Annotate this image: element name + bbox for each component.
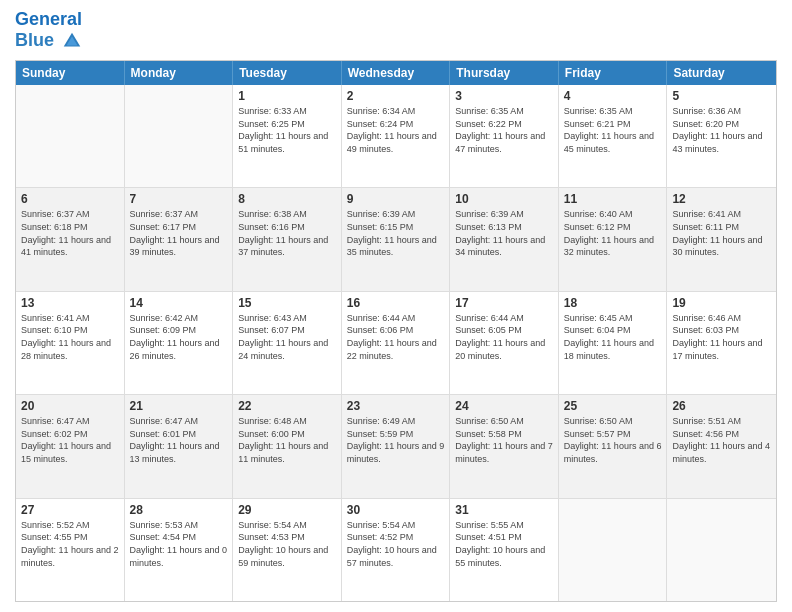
day-number: 10: [455, 191, 553, 207]
calendar-cell: 17Sunrise: 6:44 AMSunset: 6:05 PMDayligh…: [450, 292, 559, 394]
cell-info: Sunrise: 6:40 AMSunset: 6:12 PMDaylight:…: [564, 208, 662, 258]
calendar-cell: 15Sunrise: 6:43 AMSunset: 6:07 PMDayligh…: [233, 292, 342, 394]
calendar-row-4: 27Sunrise: 5:52 AMSunset: 4:55 PMDayligh…: [16, 498, 776, 601]
cell-info: Sunrise: 5:52 AMSunset: 4:55 PMDaylight:…: [21, 519, 119, 569]
weekday-header-thursday: Thursday: [450, 61, 559, 85]
cell-info: Sunrise: 6:43 AMSunset: 6:07 PMDaylight:…: [238, 312, 336, 362]
day-number: 23: [347, 398, 445, 414]
calendar-cell: [125, 85, 234, 187]
cell-info: Sunrise: 5:54 AMSunset: 4:53 PMDaylight:…: [238, 519, 336, 569]
cell-info: Sunrise: 6:41 AMSunset: 6:10 PMDaylight:…: [21, 312, 119, 362]
cell-info: Sunrise: 6:35 AMSunset: 6:22 PMDaylight:…: [455, 105, 553, 155]
day-number: 28: [130, 502, 228, 518]
day-number: 8: [238, 191, 336, 207]
cell-info: Sunrise: 6:41 AMSunset: 6:11 PMDaylight:…: [672, 208, 771, 258]
page: General Blue SundayMondayTuesdayWednesda…: [0, 0, 792, 612]
cell-info: Sunrise: 6:38 AMSunset: 6:16 PMDaylight:…: [238, 208, 336, 258]
day-number: 26: [672, 398, 771, 414]
weekday-header-wednesday: Wednesday: [342, 61, 451, 85]
calendar-cell: 12Sunrise: 6:41 AMSunset: 6:11 PMDayligh…: [667, 188, 776, 290]
day-number: 17: [455, 295, 553, 311]
cell-info: Sunrise: 6:49 AMSunset: 5:59 PMDaylight:…: [347, 415, 445, 465]
cell-info: Sunrise: 5:55 AMSunset: 4:51 PMDaylight:…: [455, 519, 553, 569]
calendar-cell: 31Sunrise: 5:55 AMSunset: 4:51 PMDayligh…: [450, 499, 559, 601]
day-number: 27: [21, 502, 119, 518]
cell-info: Sunrise: 6:45 AMSunset: 6:04 PMDaylight:…: [564, 312, 662, 362]
calendar-cell: 22Sunrise: 6:48 AMSunset: 6:00 PMDayligh…: [233, 395, 342, 497]
day-number: 5: [672, 88, 771, 104]
day-number: 30: [347, 502, 445, 518]
day-number: 29: [238, 502, 336, 518]
calendar-cell: 3Sunrise: 6:35 AMSunset: 6:22 PMDaylight…: [450, 85, 559, 187]
day-number: 7: [130, 191, 228, 207]
cell-info: Sunrise: 6:44 AMSunset: 6:06 PMDaylight:…: [347, 312, 445, 362]
calendar-cell: 16Sunrise: 6:44 AMSunset: 6:06 PMDayligh…: [342, 292, 451, 394]
day-number: 3: [455, 88, 553, 104]
cell-info: Sunrise: 6:46 AMSunset: 6:03 PMDaylight:…: [672, 312, 771, 362]
cell-info: Sunrise: 6:39 AMSunset: 6:15 PMDaylight:…: [347, 208, 445, 258]
cell-info: Sunrise: 6:37 AMSunset: 6:18 PMDaylight:…: [21, 208, 119, 258]
calendar-row-0: 1Sunrise: 6:33 AMSunset: 6:25 PMDaylight…: [16, 85, 776, 187]
day-number: 6: [21, 191, 119, 207]
cell-info: Sunrise: 6:44 AMSunset: 6:05 PMDaylight:…: [455, 312, 553, 362]
calendar-cell: [559, 499, 668, 601]
calendar-cell: 4Sunrise: 6:35 AMSunset: 6:21 PMDaylight…: [559, 85, 668, 187]
day-number: 1: [238, 88, 336, 104]
calendar-cell: [667, 499, 776, 601]
cell-info: Sunrise: 6:36 AMSunset: 6:20 PMDaylight:…: [672, 105, 771, 155]
logo-text2: Blue: [15, 30, 83, 52]
cell-info: Sunrise: 6:50 AMSunset: 5:58 PMDaylight:…: [455, 415, 553, 465]
calendar-cell: 19Sunrise: 6:46 AMSunset: 6:03 PMDayligh…: [667, 292, 776, 394]
weekday-header-tuesday: Tuesday: [233, 61, 342, 85]
calendar-row-2: 13Sunrise: 6:41 AMSunset: 6:10 PMDayligh…: [16, 291, 776, 394]
cell-info: Sunrise: 6:39 AMSunset: 6:13 PMDaylight:…: [455, 208, 553, 258]
calendar-cell: 11Sunrise: 6:40 AMSunset: 6:12 PMDayligh…: [559, 188, 668, 290]
day-number: 12: [672, 191, 771, 207]
day-number: 20: [21, 398, 119, 414]
logo: General Blue: [15, 10, 83, 52]
day-number: 13: [21, 295, 119, 311]
calendar-cell: 25Sunrise: 6:50 AMSunset: 5:57 PMDayligh…: [559, 395, 668, 497]
day-number: 19: [672, 295, 771, 311]
day-number: 4: [564, 88, 662, 104]
day-number: 24: [455, 398, 553, 414]
calendar-cell: 10Sunrise: 6:39 AMSunset: 6:13 PMDayligh…: [450, 188, 559, 290]
calendar-cell: 1Sunrise: 6:33 AMSunset: 6:25 PMDaylight…: [233, 85, 342, 187]
calendar-cell: 2Sunrise: 6:34 AMSunset: 6:24 PMDaylight…: [342, 85, 451, 187]
day-number: 31: [455, 502, 553, 518]
weekday-header-friday: Friday: [559, 61, 668, 85]
calendar-cell: 26Sunrise: 5:51 AMSunset: 4:56 PMDayligh…: [667, 395, 776, 497]
cell-info: Sunrise: 5:53 AMSunset: 4:54 PMDaylight:…: [130, 519, 228, 569]
calendar-cell: 21Sunrise: 6:47 AMSunset: 6:01 PMDayligh…: [125, 395, 234, 497]
calendar-cell: 6Sunrise: 6:37 AMSunset: 6:18 PMDaylight…: [16, 188, 125, 290]
header: General Blue: [15, 10, 777, 52]
day-number: 21: [130, 398, 228, 414]
weekday-header-saturday: Saturday: [667, 61, 776, 85]
day-number: 11: [564, 191, 662, 207]
calendar-cell: 18Sunrise: 6:45 AMSunset: 6:04 PMDayligh…: [559, 292, 668, 394]
calendar-cell: 24Sunrise: 6:50 AMSunset: 5:58 PMDayligh…: [450, 395, 559, 497]
calendar-cell: 23Sunrise: 6:49 AMSunset: 5:59 PMDayligh…: [342, 395, 451, 497]
day-number: 14: [130, 295, 228, 311]
cell-info: Sunrise: 6:42 AMSunset: 6:09 PMDaylight:…: [130, 312, 228, 362]
cell-info: Sunrise: 6:37 AMSunset: 6:17 PMDaylight:…: [130, 208, 228, 258]
calendar-cell: 13Sunrise: 6:41 AMSunset: 6:10 PMDayligh…: [16, 292, 125, 394]
cell-info: Sunrise: 6:33 AMSunset: 6:25 PMDaylight:…: [238, 105, 336, 155]
calendar-cell: 27Sunrise: 5:52 AMSunset: 4:55 PMDayligh…: [16, 499, 125, 601]
day-number: 9: [347, 191, 445, 207]
calendar-body: 1Sunrise: 6:33 AMSunset: 6:25 PMDaylight…: [16, 85, 776, 601]
calendar-cell: 28Sunrise: 5:53 AMSunset: 4:54 PMDayligh…: [125, 499, 234, 601]
day-number: 2: [347, 88, 445, 104]
day-number: 16: [347, 295, 445, 311]
weekday-header-sunday: Sunday: [16, 61, 125, 85]
day-number: 15: [238, 295, 336, 311]
weekday-header-monday: Monday: [125, 61, 234, 85]
logo-text: General: [15, 10, 83, 30]
calendar-row-1: 6Sunrise: 6:37 AMSunset: 6:18 PMDaylight…: [16, 187, 776, 290]
calendar-cell: 20Sunrise: 6:47 AMSunset: 6:02 PMDayligh…: [16, 395, 125, 497]
calendar-cell: 30Sunrise: 5:54 AMSunset: 4:52 PMDayligh…: [342, 499, 451, 601]
day-number: 18: [564, 295, 662, 311]
calendar-cell: 29Sunrise: 5:54 AMSunset: 4:53 PMDayligh…: [233, 499, 342, 601]
calendar-cell: 5Sunrise: 6:36 AMSunset: 6:20 PMDaylight…: [667, 85, 776, 187]
calendar-cell: 8Sunrise: 6:38 AMSunset: 6:16 PMDaylight…: [233, 188, 342, 290]
